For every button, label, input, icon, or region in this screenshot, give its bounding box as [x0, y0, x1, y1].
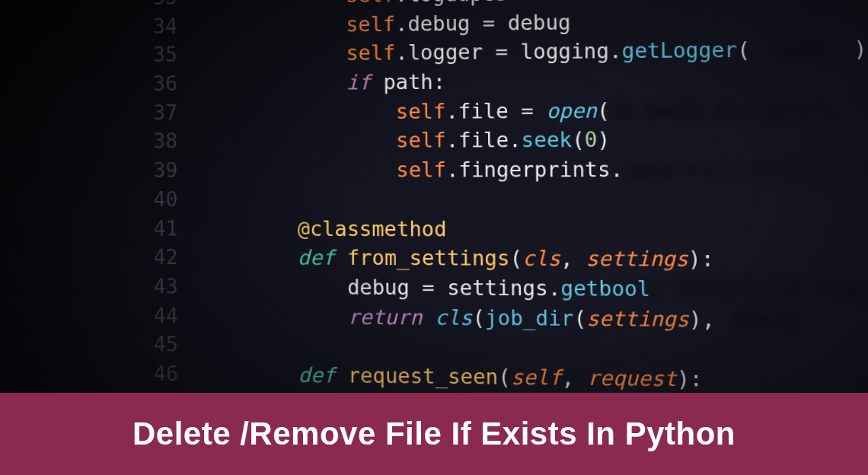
line-number: 41: [154, 215, 178, 244]
line-number: 36: [153, 70, 177, 99]
line-number: 35: [153, 41, 177, 70]
line-number: 43: [154, 273, 178, 301]
code-line: self.fingerprints.update(x.rstrip() for …: [199, 155, 868, 186]
line-number-gutter: 33343536373839404142434445464748: [153, 0, 200, 404]
line-number: 44: [154, 301, 178, 330]
line-number: 45: [154, 330, 178, 360]
code-line: [199, 185, 868, 215]
code-line: @classmethod: [199, 215, 868, 247]
code-lines: self.logdupes = True self.debug = debug …: [199, 0, 868, 404]
line-number: 39: [153, 157, 177, 186]
line-number: 33: [153, 0, 177, 12]
code-line: self.file.seek(0): [199, 124, 868, 157]
line-number: 42: [154, 244, 178, 273]
code-line: self.file = open(os.path.join(path, 'req…: [199, 94, 868, 128]
code-content: 33343536373839404142434445464748 self.lo…: [153, 0, 868, 404]
banner-title: Delete /Remove File If Exists In Python: [132, 416, 736, 452]
line-number: 38: [153, 128, 177, 157]
line-number: 34: [153, 12, 177, 41]
code-editor-photo: 33343536373839404142434445464748 self.lo…: [0, 0, 868, 404]
line-number: 37: [153, 99, 177, 128]
code-line: def from_settings(cls, settings):: [199, 244, 868, 277]
line-number: 40: [153, 186, 177, 215]
line-number: 46: [154, 359, 178, 389]
title-banner: Delete /Remove File If Exists In Python: [0, 393, 868, 475]
